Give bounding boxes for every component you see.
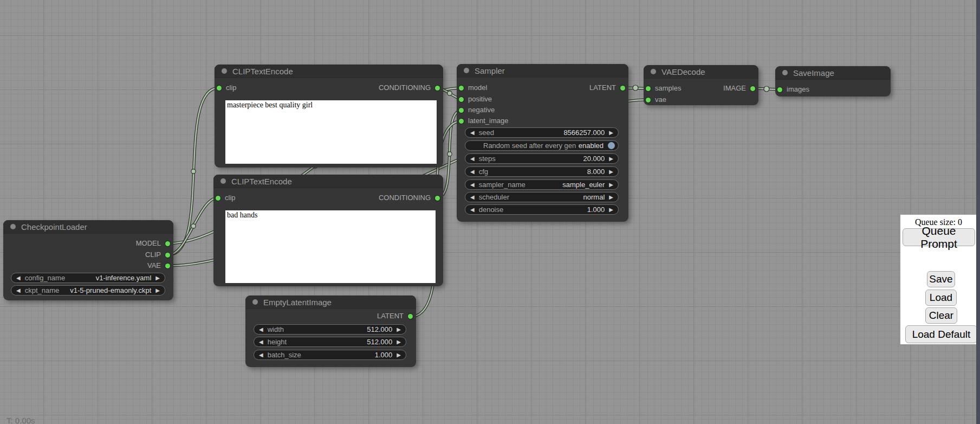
toggle-icon[interactable] [608, 142, 615, 149]
decrement-arrow-icon[interactable]: ◀ [16, 285, 21, 295]
node-title: CheckpointLoader [21, 220, 87, 233]
input-slot-samples[interactable]: samples [646, 84, 681, 93]
output-slot-icon[interactable] [435, 86, 440, 91]
increment-arrow-icon[interactable]: ▶ [397, 350, 401, 360]
node-title-bar[interactable]: CheckpointLoader [3, 220, 173, 234]
queue-prompt-button[interactable]: Queue Prompt [903, 228, 975, 246]
node-status-dot-icon [252, 299, 258, 305]
node-vae-decode[interactable]: VAEDecode samples vae IMAGE [644, 65, 758, 105]
increment-arrow-icon[interactable]: ▶ [609, 179, 613, 190]
node-checkpoint-loader[interactable]: CheckpointLoader MODEL CLIP VAE ◀ config… [3, 220, 173, 300]
input-slot-icon[interactable] [459, 97, 464, 102]
load-button[interactable]: Load [925, 290, 957, 306]
input-slot-images[interactable]: images [777, 85, 809, 94]
output-slot-conditioning[interactable]: CONDITIONING [379, 83, 440, 92]
node-graph-canvas[interactable]: CheckpointLoader MODEL CLIP VAE ◀ config… [0, 0, 980, 424]
prompt-textarea[interactable]: bad hands [225, 210, 436, 283]
increment-arrow-icon[interactable]: ▶ [155, 273, 160, 283]
widget-value: 8.000 [488, 168, 605, 176]
increment-arrow-icon[interactable]: ▶ [609, 192, 613, 202]
decrement-arrow-icon[interactable]: ◀ [470, 192, 475, 202]
decrement-arrow-icon[interactable]: ◀ [259, 350, 263, 360]
decrement-arrow-icon[interactable]: ◀ [470, 166, 475, 177]
output-slot-image[interactable]: IMAGE [723, 84, 755, 93]
increment-arrow-icon[interactable]: ▶ [155, 285, 160, 295]
widget-seed[interactable]: ◀ seed 8566257.000 ▶ [465, 127, 619, 138]
output-slot-model[interactable]: MODEL [136, 239, 170, 248]
input-slot-icon[interactable] [646, 86, 651, 91]
widget-label: seed [479, 129, 494, 137]
input-slot-latent-image[interactable]: latent_image [459, 117, 508, 125]
slot-label: IMAGE [723, 84, 746, 92]
widget-cfg[interactable]: ◀ cfg 8.000 ▶ [465, 166, 619, 177]
widget-label: denoise [479, 205, 504, 214]
node-title-bar[interactable]: SaveImage [775, 66, 891, 80]
increment-arrow-icon[interactable]: ▶ [397, 337, 401, 347]
input-slot-icon[interactable] [459, 86, 464, 91]
output-slot-latent[interactable]: LATENT [377, 312, 413, 320]
widget-width[interactable]: ◀ width 512.000 ▶ [254, 324, 406, 335]
node-title-bar[interactable]: Sampler [457, 64, 628, 78]
widget-sampler-name[interactable]: ◀ sampler_name sample_euler ▶ [465, 179, 619, 190]
widget-random-seed-toggle[interactable]: Random seed after every gen enabled [465, 140, 619, 151]
widget-config-name[interactable]: ◀ config_name v1-inference.yaml ▶ [11, 273, 165, 283]
decrement-arrow-icon[interactable]: ◀ [259, 324, 263, 335]
increment-arrow-icon[interactable]: ▶ [397, 324, 401, 335]
node-empty-latent-image[interactable]: EmptyLatentImage LATENT ◀ width 512.000 … [245, 295, 416, 367]
input-slot-vae[interactable]: vae [646, 95, 666, 104]
output-slot-latent[interactable]: LATENT [589, 83, 625, 92]
node-save-image[interactable]: SaveImage images [775, 66, 891, 97]
increment-arrow-icon[interactable]: ▶ [609, 204, 613, 215]
decrement-arrow-icon[interactable]: ◀ [16, 273, 21, 283]
output-slot-icon[interactable] [408, 314, 413, 319]
input-slot-clip[interactable]: clip [217, 83, 237, 92]
decrement-arrow-icon[interactable]: ◀ [470, 204, 475, 215]
output-slot-icon[interactable] [620, 86, 625, 91]
node-title-bar[interactable]: EmptyLatentImage [245, 295, 416, 309]
widget-denoise[interactable]: ◀ denoise 1.000 ▶ [465, 204, 619, 215]
node-title-bar[interactable]: CLIPTextEncode [215, 65, 443, 78]
widget-ckpt-name[interactable]: ◀ ckpt_name v1-5-pruned-emaonly.ckpt ▶ [11, 285, 165, 295]
widget-scheduler[interactable]: ◀ scheduler normal ▶ [465, 192, 619, 202]
widget-height[interactable]: ◀ height 512.000 ▶ [254, 337, 406, 347]
input-slot-clip[interactable]: clip [216, 194, 236, 202]
input-slot-icon[interactable] [459, 119, 464, 124]
decrement-arrow-icon[interactable]: ◀ [259, 337, 263, 347]
increment-arrow-icon[interactable]: ▶ [609, 153, 613, 164]
input-slot-icon[interactable] [459, 108, 464, 113]
save-button[interactable]: Save [927, 271, 955, 287]
input-slot-icon[interactable] [217, 86, 222, 91]
node-title-bar[interactable]: CLIPTextEncode [213, 175, 443, 188]
node-clip-text-encode-negative[interactable]: CLIPTextEncode clip CONDITIONING bad han… [213, 175, 443, 286]
output-slot-icon[interactable] [165, 253, 170, 258]
decrement-arrow-icon[interactable]: ◀ [470, 153, 475, 164]
input-slot-icon[interactable] [777, 87, 782, 92]
input-slot-positive[interactable]: positive [459, 95, 492, 104]
decrement-arrow-icon[interactable]: ◀ [470, 127, 475, 138]
output-slot-icon[interactable] [750, 86, 755, 91]
output-slot-icon[interactable] [435, 196, 440, 201]
widget-steps[interactable]: ◀ steps 20.000 ▶ [465, 153, 619, 164]
node-title-bar[interactable]: VAEDecode [644, 65, 758, 79]
widget-value: 20.000 [496, 155, 605, 163]
output-slot-icon[interactable] [165, 264, 170, 268]
clear-button[interactable]: Clear [925, 307, 957, 324]
input-slot-negative[interactable]: negative [459, 106, 495, 114]
input-slot-icon[interactable] [646, 98, 651, 102]
output-slot-clip[interactable]: CLIP [145, 250, 170, 259]
increment-arrow-icon[interactable]: ▶ [609, 127, 613, 138]
node-sampler[interactable]: Sampler model positive negative latent_i… [457, 64, 628, 222]
load-default-button[interactable]: Load Default [905, 325, 977, 343]
prompt-textarea[interactable]: masterpiece best quality girl [225, 100, 437, 164]
widget-batch-size[interactable]: ◀ batch_size 1.000 ▶ [254, 350, 406, 360]
decrement-arrow-icon[interactable]: ◀ [470, 179, 475, 190]
widget-value: 1.000 [301, 351, 392, 359]
output-slot-vae[interactable]: VAE [147, 261, 170, 270]
widget-label: steps [479, 155, 496, 163]
output-slot-icon[interactable] [165, 241, 170, 246]
input-slot-model[interactable]: model [459, 83, 487, 92]
increment-arrow-icon[interactable]: ▶ [609, 166, 613, 177]
node-clip-text-encode-positive[interactable]: CLIPTextEncode clip CONDITIONING masterp… [215, 65, 443, 168]
input-slot-icon[interactable] [216, 196, 220, 201]
output-slot-conditioning[interactable]: CONDITIONING [379, 194, 440, 202]
